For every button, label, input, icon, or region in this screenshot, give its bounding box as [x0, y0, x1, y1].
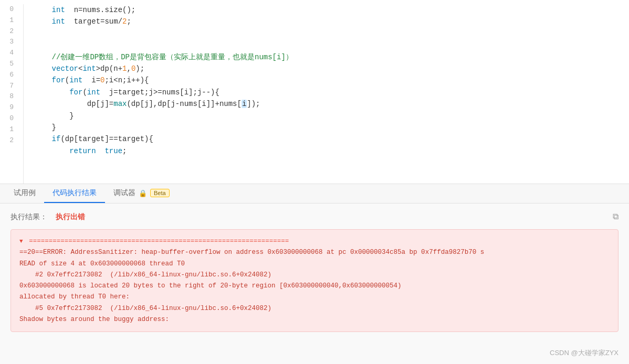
error-line-4: 0x603000000068 is located 20 bytes to th…	[19, 281, 610, 292]
results-status: 执行出错	[56, 212, 85, 222]
code-line-6: for(int i=0;i<n;i++){	[34, 74, 629, 86]
code-line-4: //创建一维DP数组，DP是背包容量（实际上就是重量，也就是nums[i]）	[34, 51, 629, 63]
error-line-6: #5 0x7effc2173082 (/lib/x86_64-linux-gnu…	[19, 303, 610, 314]
code-editor: 0 1 2 3 4 5 6 7 8 9 0 1 2 int n=nums.siz…	[0, 0, 629, 184]
tab-debugger[interactable]: 调试器 🔒 Beta	[105, 184, 178, 203]
error-output-box: ▼ ======================================…	[11, 229, 618, 332]
tab-debugger-label: 调试器	[113, 188, 135, 198]
error-line-3: #2 0x7effc2173082 (/lib/x86_64-linux-gnu…	[19, 270, 610, 281]
code-line-0: int n=nums.size();	[34, 4, 629, 16]
code-line-2	[34, 28, 629, 39]
tab-execution-result[interactable]: 代码执行结果	[44, 184, 105, 203]
error-line-1: ==20==ERROR: AddressSanitizer: heap-buff…	[19, 247, 610, 258]
code-line-9: }	[34, 110, 629, 122]
results-label: 执行结果：	[11, 212, 47, 222]
code-line-5: vector<int>dp(n+1,0);	[34, 63, 629, 74]
code-line-11: if(dp[target]==target){	[34, 133, 629, 145]
tabs-bar: 试用例 代码执行结果 调试器 🔒 Beta	[0, 184, 629, 204]
results-header: 执行结果： 执行出错 ⧉	[11, 212, 618, 222]
results-area: 执行结果： 执行出错 ⧉ ▼ =========================…	[0, 204, 629, 364]
line-numbers: 0 1 2 3 4 5 6 7 8 9 0 1 2	[0, 4, 24, 184]
tab-test-cases[interactable]: 试用例	[5, 184, 44, 203]
code-line-7: for(int j=target;j>=nums[i];j--){	[34, 87, 629, 98]
beta-badge: Beta	[150, 189, 170, 197]
code-line-3	[34, 39, 629, 51]
copy-icon[interactable]: ⧉	[613, 212, 618, 222]
watermark: CSDN @大碰学家ZYX	[550, 348, 618, 358]
code-line-1: int target=sum/2;	[34, 16, 629, 27]
lock-icon: 🔒	[139, 189, 147, 197]
error-line-0: ▼ ======================================…	[19, 236, 610, 247]
error-line-2: READ of size 4 at 0x603000000068 thread …	[19, 259, 610, 270]
code-content: int n=nums.size(); int target=sum/2; //创…	[24, 4, 629, 184]
code-line-10: }	[34, 122, 629, 133]
code-line-12: return true;	[34, 145, 629, 157]
error-line-7: Shadow bytes around the buggy address:	[19, 314, 610, 325]
error-line-5: allocated by thread T0 here:	[19, 292, 610, 303]
code-line-8: dp[j]=max(dp[j],dp[j-nums[i]]+nums[i]);	[34, 98, 629, 110]
